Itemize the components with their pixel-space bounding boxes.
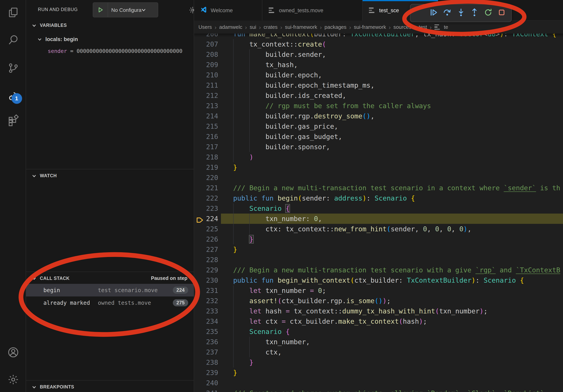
breadcrumb-item[interactable]: test xyxy=(419,24,427,30)
line-number: 215 xyxy=(194,121,218,131)
line-number: 223 xyxy=(194,203,218,214)
line-text: builder.ids_created, xyxy=(233,91,346,101)
activity-item-search[interactable] xyxy=(0,30,26,52)
line-text: tx_context::create( xyxy=(233,39,326,49)
line-text: builder.sponsor, xyxy=(233,142,330,152)
line-text: let txn_number = 0; xyxy=(233,285,326,296)
breadcrumb-item[interactable]: adamwelc xyxy=(219,24,242,30)
breadcrumb-separator: › xyxy=(245,24,247,30)
code-line-228[interactable]: 228 xyxy=(194,255,563,265)
line-number: 231 xyxy=(194,285,218,296)
breadcrumb-item[interactable]: sources xyxy=(393,24,411,30)
code-line-235[interactable]: 235 Scenario { xyxy=(194,327,563,337)
breadcrumb-separator: › xyxy=(349,24,351,30)
breadcrumb[interactable]: Users›adamwelc›sui›crates›sui-framework›… xyxy=(194,21,563,34)
breakpoints-section-header[interactable]: BREAKPOINTS xyxy=(26,380,194,392)
line-text: builder.epoch, xyxy=(233,70,322,80)
vscode-logo-icon xyxy=(200,6,207,14)
code-line-222[interactable]: 222public fun begin(sender: address): Sc… xyxy=(194,193,563,203)
variables-scope-row[interactable]: locals: begin xyxy=(26,33,194,45)
line-text: ctx: tx_context::new_from_hint(sender, 0… xyxy=(233,224,472,234)
breadcrumb-separator: › xyxy=(215,24,217,30)
code-line-218[interactable]: 218 ) xyxy=(194,152,563,162)
breadcrumb-item[interactable]: packages xyxy=(324,24,346,30)
variable-row[interactable]: sender = 0000000000000000000000000000000… xyxy=(26,45,194,57)
code-line-230[interactable]: 230public fun begin_with_context(ctx_bui… xyxy=(194,275,563,285)
code-line-240[interactable]: 240 xyxy=(194,378,563,388)
line-number: 212 xyxy=(194,91,218,101)
code-line-223[interactable]: 223 Scenario { xyxy=(194,203,563,214)
code-line-229[interactable]: 229/// Begin a new multi-transaction tes… xyxy=(194,265,563,275)
activity-item-source-control[interactable] xyxy=(0,58,26,80)
drag-handle[interactable] xyxy=(414,6,425,20)
code-line-241[interactable]: 241/// Creates and shares system objects… xyxy=(194,388,563,392)
launch-configuration-button[interactable]: No Configura xyxy=(93,2,158,17)
code-line-239[interactable]: 239} xyxy=(194,367,563,378)
line-number: 213 xyxy=(194,101,218,111)
frame-line-badge: 275 xyxy=(173,299,188,306)
line-text: ctx, xyxy=(233,347,282,357)
step-into-button[interactable] xyxy=(455,6,466,20)
debug-sidebar: RUN AND DEBUG No Configura VARIABLES loc… xyxy=(26,0,194,392)
code-line-221[interactable]: 221/// Begin a new multi-transaction tes… xyxy=(194,183,563,193)
move-file-icon xyxy=(369,8,376,13)
restart-button[interactable] xyxy=(483,6,494,20)
code-line-233[interactable]: 233 let hash = tx_context::dummy_tx_hash… xyxy=(194,306,563,316)
line-text: builder.epoch_timestamp_ms, xyxy=(233,80,374,91)
breadcrumb-item[interactable]: sui xyxy=(250,24,256,30)
breadcrumb-item[interactable]: te xyxy=(444,24,448,30)
activity-item-extensions[interactable] xyxy=(0,110,26,132)
call-stack-frame[interactable]: begintest_scenario.move224 xyxy=(26,284,194,297)
stop-button[interactable] xyxy=(496,6,507,20)
line-text: /// Begin a new multi-transaction test s… xyxy=(233,183,560,193)
activity-item-explorer[interactable] xyxy=(0,2,26,24)
debug-toolbar xyxy=(410,4,512,22)
code-line-227[interactable]: 227} xyxy=(194,244,563,255)
call-stack-section-header[interactable]: CALL STACK Paused on step xyxy=(26,272,194,285)
breadcrumb-item[interactable]: crates xyxy=(264,24,278,30)
breadcrumb-item[interactable]: sui-framework xyxy=(285,24,317,30)
tab-owned-tests-move[interactable]: owned_tests.move xyxy=(262,0,363,21)
move-file-icon xyxy=(434,25,441,30)
line-number: 210 xyxy=(194,70,218,80)
code-line-219[interactable]: 219} xyxy=(194,162,563,172)
breadcrumb-item[interactable]: Users xyxy=(198,24,212,30)
code-line-220[interactable]: 220 xyxy=(194,172,563,183)
debug-continue-icon xyxy=(429,8,438,18)
gear-icon xyxy=(7,373,19,387)
line-number: 238 xyxy=(194,357,218,367)
watch-section-header[interactable]: WATCH xyxy=(26,169,194,182)
step-over-button[interactable] xyxy=(441,6,453,20)
continue-button[interactable] xyxy=(428,6,439,20)
line-number: 226 xyxy=(194,234,218,244)
debug-restart-icon xyxy=(484,8,493,18)
code-line-226[interactable]: 226 } xyxy=(194,234,563,244)
breadcrumb-item[interactable]: sui-framework xyxy=(354,24,386,30)
tab-welcome[interactable]: Welcome xyxy=(194,0,262,21)
activity-item-run-and-debug[interactable]: 1 xyxy=(0,85,26,107)
code-line-231[interactable]: 231 let txn_number = 0; xyxy=(194,285,563,296)
code-area[interactable]: 206fun make_tx_context(builder: TxContex… xyxy=(194,0,563,392)
line-number: 217 xyxy=(194,142,218,152)
breadcrumb-separator: › xyxy=(389,24,391,30)
breadcrumb-separator: › xyxy=(259,24,261,30)
activity-item-accounts[interactable] xyxy=(0,342,26,364)
code-line-238[interactable]: 238 } xyxy=(194,357,563,367)
frame-file: test_scenario.move xyxy=(98,287,173,293)
code-line-207[interactable]: 207 tx_context::create( xyxy=(194,39,563,49)
line-number: 218 xyxy=(194,152,218,162)
start-debug-play-icon[interactable] xyxy=(93,3,108,17)
breadcrumb-separator: › xyxy=(430,24,432,30)
configuration-dropdown[interactable]: No Configura xyxy=(108,7,141,13)
scope-label: locals: begin xyxy=(45,36,78,42)
activity-item-settings[interactable] xyxy=(0,369,26,391)
equals-sign: = xyxy=(67,48,77,54)
line-number: 220 xyxy=(194,172,218,183)
code-line-232[interactable]: 232 assert!(ctx_builder.rgp.is_some()); xyxy=(194,296,563,306)
step-out-button[interactable] xyxy=(469,6,480,20)
code-line-234[interactable]: 234 let ctx = ctx_builder.make_tx_contex… xyxy=(194,316,563,327)
editor-group: 206fun make_tx_context(builder: TxContex… xyxy=(194,0,563,392)
call-stack-frame[interactable]: already_markedowned_tests.move275 xyxy=(26,297,194,309)
line-text: builder.gas_price, xyxy=(233,121,338,131)
variables-section-header[interactable]: VARIABLES xyxy=(26,19,194,32)
